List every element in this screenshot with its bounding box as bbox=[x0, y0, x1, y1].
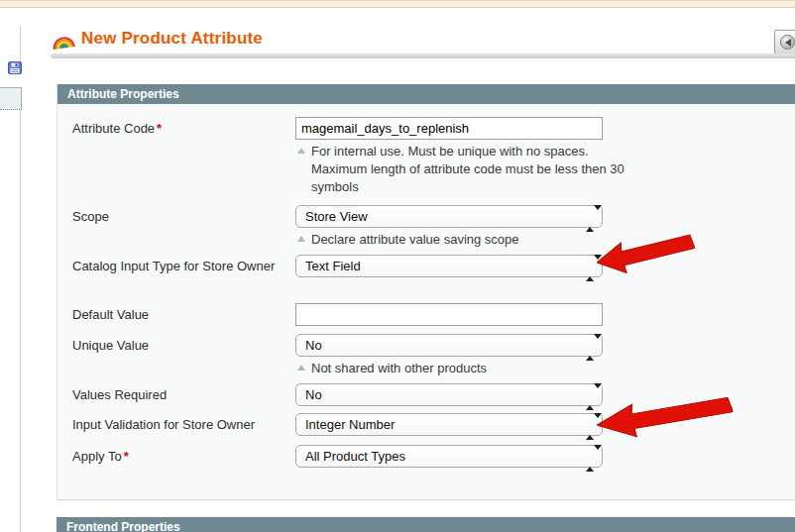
values-required-select[interactable]: No bbox=[295, 383, 603, 406]
attribute-properties-section: Attribute Properties Attribute Code* For… bbox=[57, 84, 795, 500]
scope-note: Declare attribute value saving scope bbox=[295, 231, 637, 249]
input-validation-select[interactable]: Integer Number bbox=[295, 413, 603, 436]
attribute-code-input[interactable] bbox=[295, 117, 603, 140]
frontend-properties-section: Frontend Properties bbox=[57, 517, 795, 532]
note-triangle-icon bbox=[297, 236, 305, 242]
apply-to-select[interactable]: All Product Types bbox=[295, 445, 603, 468]
section-header: Attribute Properties bbox=[57, 84, 795, 104]
sidebar-border bbox=[20, 109, 21, 532]
rainbow-attribute-icon bbox=[50, 26, 75, 53]
back-button[interactable] bbox=[774, 30, 795, 54]
apply-to-label: Apply To bbox=[72, 449, 122, 464]
select-arrows-icon bbox=[586, 260, 594, 277]
sidebar-selected-tab[interactable] bbox=[0, 87, 22, 110]
magento-admin-page: New Product Attribute Attribute Properti… bbox=[0, 0, 795, 532]
select-arrows-icon bbox=[586, 388, 594, 406]
default-value-label: Default Value bbox=[72, 303, 276, 323]
save-icon[interactable] bbox=[8, 61, 22, 74]
default-value-input[interactable] bbox=[295, 303, 603, 326]
section-header: Frontend Properties bbox=[57, 517, 795, 532]
top-header-strip bbox=[0, 0, 795, 8]
attribute-code-note: For internal use. Must be unique with no… bbox=[295, 143, 637, 196]
attribute-code-label: Attribute Code bbox=[72, 121, 155, 136]
catalog-input-type-label: Catalog Input Type for Store Owner bbox=[72, 255, 276, 274]
header-divider bbox=[51, 53, 795, 58]
note-triangle-icon bbox=[297, 365, 305, 371]
scope-label: Scope bbox=[72, 205, 276, 225]
catalog-input-type-select[interactable]: Text Field bbox=[295, 255, 603, 277]
page-title: New Product Attribute bbox=[81, 29, 263, 49]
select-arrows-icon bbox=[586, 339, 594, 357]
values-required-label: Values Required bbox=[72, 383, 276, 403]
select-arrows-icon bbox=[586, 418, 594, 436]
note-triangle-icon bbox=[297, 148, 305, 154]
input-validation-label: Input Validation for Store Owner bbox=[72, 413, 276, 433]
required-asterisk: * bbox=[157, 121, 162, 136]
back-arrow-icon bbox=[780, 35, 795, 50]
required-asterisk: * bbox=[124, 449, 129, 464]
select-arrows-icon bbox=[586, 450, 594, 468]
select-arrows-icon bbox=[586, 210, 594, 228]
unique-value-select[interactable]: No bbox=[295, 334, 603, 357]
unique-value-note: Not shared with other products bbox=[295, 360, 637, 377]
unique-value-label: Unique Value bbox=[72, 334, 276, 354]
page-header: New Product Attribute bbox=[52, 26, 263, 52]
attribute-tabs-sidebar bbox=[0, 8, 21, 532]
scope-select[interactable]: Store View bbox=[295, 205, 603, 228]
